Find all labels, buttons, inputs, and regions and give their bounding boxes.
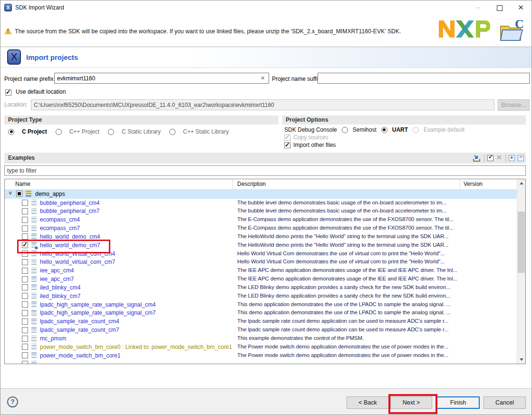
back-button[interactable]: < Back	[347, 396, 389, 409]
prefix-input[interactable]	[54, 73, 269, 84]
table-row[interactable]: power_mode_switch_bm_core0 : Linked to: …	[5, 343, 517, 351]
example-name[interactable]: iled_blinky_cm7	[40, 293, 80, 299]
row-checkbox[interactable]	[22, 242, 28, 248]
radio-example-default[interactable]	[413, 127, 419, 133]
row-checkbox[interactable]	[22, 301, 28, 308]
table-row[interactable]: iled_blinky_cm4 The LED Blinky demo appl…	[5, 283, 517, 292]
example-name[interactable]: bubble_peripheral_cm4	[40, 200, 99, 206]
filter-input[interactable]	[4, 165, 526, 176]
example-name[interactable]: power_mode_switch_bm_core0 : Linked to: …	[40, 344, 232, 350]
example-name[interactable]: iee_apc_cm7	[40, 276, 74, 282]
column-name[interactable]: Name	[15, 181, 30, 187]
table-row[interactable]: hello_world_virtual_com_cm7 Hello World …	[5, 258, 517, 267]
next-button[interactable]: Next >	[390, 396, 432, 409]
row-checkbox[interactable]	[22, 217, 28, 223]
scroll-down-button[interactable]	[517, 356, 525, 364]
example-name[interactable]: power_mode_switch_bm_core1	[40, 352, 120, 359]
example-name[interactable]: ecompass_cm7	[40, 225, 80, 232]
row-checkbox[interactable]	[22, 251, 28, 257]
row-checkbox[interactable]	[22, 344, 28, 350]
row-checkbox[interactable]	[22, 284, 28, 290]
example-name[interactable]: hello_world_virtual_com_cm4	[40, 251, 115, 257]
row-checkbox[interactable]	[22, 200, 28, 206]
example-name[interactable]: iee_apc_cm4	[40, 267, 74, 274]
table-row[interactable]: lpadc_sample_rate_count_cm7 The lpadc sa…	[5, 326, 517, 335]
row-checkbox[interactable]	[22, 336, 28, 342]
example-name[interactable]: lpadc_high_sample_rate_sample_signal_cm7	[40, 309, 156, 316]
table-row[interactable]: hello_world_demo_cm7 The HelloWorld demo…	[5, 241, 517, 250]
table-row[interactable]: lpadc_high_sample_rate_sample_signal_cm4…	[5, 300, 517, 309]
example-name[interactable]: hello_world_demo_cm7	[40, 242, 100, 249]
radio-c-static-library[interactable]	[169, 129, 175, 135]
cancel-button[interactable]: Cancel	[484, 396, 526, 409]
column-description[interactable]: Description	[237, 181, 266, 187]
row-checkbox[interactable]	[22, 293, 28, 299]
use-default-location-checkbox[interactable]	[5, 89, 11, 96]
expand-all-icon[interactable]: +	[509, 155, 515, 161]
example-name[interactable]: hello_world_demo_cm4	[40, 233, 100, 240]
table-row[interactable]: iee_apc_cm4 The IEE APC demo application…	[5, 267, 517, 275]
example-name[interactable]: iled_blinky_cm4	[40, 284, 80, 291]
demo-apps-tristate-checkbox[interactable]	[16, 191, 22, 197]
minimize-button[interactable]: –	[467, 0, 489, 15]
row-checkbox[interactable]	[22, 259, 28, 265]
radio-label: C Static Library	[122, 128, 161, 135]
example-name[interactable]: ecompass_cm4	[40, 216, 80, 223]
close-button[interactable]: ✕	[510, 0, 532, 15]
suffix-input[interactable]	[318, 73, 530, 84]
example-description: Hello World Virtual Com demonstrates the…	[237, 251, 459, 256]
example-name[interactable]: bubble_peripheral_cm7	[40, 208, 99, 214]
row-checkbox[interactable]	[22, 310, 28, 316]
radio-uart[interactable]	[381, 127, 387, 133]
scrollbar-thumb[interactable]	[518, 212, 525, 273]
radio-c-static-library[interactable]	[108, 129, 114, 135]
window-title: SDK Import Wizard	[15, 4, 64, 11]
row-checkbox[interactable]	[22, 352, 28, 358]
help-button[interactable]: ?	[7, 396, 18, 407]
radio-c-project[interactable]	[56, 129, 62, 135]
deselect-all-icon[interactable]: ✕	[496, 155, 503, 161]
chevron-down-icon[interactable]: ∨	[8, 190, 13, 195]
table-row[interactable]	[5, 360, 517, 364]
table-row[interactable]: hello_world_virtual_com_cm4 Hello World …	[5, 250, 517, 258]
example-name[interactable]: mc_pmsm	[40, 335, 66, 342]
example-name[interactable]: hello_world_virtual_com_cm7	[40, 259, 115, 265]
example-name[interactable]: lpadc_sample_rate_count_cm7	[40, 327, 119, 333]
radio-c-project[interactable]	[8, 129, 14, 135]
table-row[interactable]: bubble_peripheral_cm4 The bubble level d…	[5, 199, 517, 207]
checkbox-copy-sources[interactable]	[284, 135, 290, 141]
row-checkbox[interactable]	[22, 276, 28, 282]
table-row[interactable]: lpadc_sample_rate_count_cm4 The lpadc sa…	[5, 318, 517, 326]
table-row[interactable]: lpadc_high_sample_rate_sample_signal_cm7…	[5, 309, 517, 318]
import-example-icon[interactable]	[473, 154, 481, 162]
table-row[interactable]: power_mode_switch_bm_core1 The Power mod…	[5, 351, 517, 360]
select-all-icon[interactable]: ✓	[487, 155, 493, 161]
row-checkbox[interactable]	[22, 327, 28, 333]
collapse-all-icon[interactable]: −	[518, 155, 524, 161]
example-name[interactable]: lpadc_sample_rate_count_cm4	[40, 318, 119, 325]
checkbox-import-other-files[interactable]	[284, 142, 290, 148]
column-version[interactable]: Version	[464, 181, 483, 187]
vertical-scrollbar[interactable]	[517, 179, 525, 364]
finish-button[interactable]: Finish	[436, 396, 480, 409]
browse-button[interactable]: Browse...	[498, 99, 530, 111]
row-checkbox[interactable]	[22, 225, 28, 232]
row-checkbox[interactable]	[22, 233, 28, 240]
table-row[interactable]: ecompass_cm4 The E-Compass demo applicat…	[5, 216, 517, 224]
table-row[interactable]: hello_world_demo_cm4 The HelloWorld demo…	[5, 232, 517, 241]
example-name[interactable]: lpadc_high_sample_rate_sample_signal_cm4	[40, 301, 156, 308]
clear-prefix-icon[interactable]: ✕	[261, 75, 265, 81]
table-row[interactable]: mc_pmsm This example demonstrates the co…	[5, 335, 517, 343]
scroll-up-button[interactable]	[517, 179, 525, 187]
table-row[interactable]: iled_blinky_cm7 The LED Blinky demo appl…	[5, 292, 517, 300]
row-checkbox[interactable]	[22, 361, 28, 364]
row-checkbox[interactable]	[22, 268, 28, 274]
table-row[interactable]: bubble_peripheral_cm7 The bubble level d…	[5, 207, 517, 216]
table-row[interactable]: ecompass_cm7 The E-Compass demo applicat…	[5, 224, 517, 233]
maximize-button[interactable]	[489, 0, 510, 15]
row-checkbox[interactable]	[22, 208, 28, 214]
table-row[interactable]: iee_apc_cm7 The IEE APC demo application…	[5, 275, 517, 284]
radio-semihost[interactable]	[342, 127, 348, 133]
row-checkbox[interactable]	[22, 318, 28, 325]
tree-root-demo-apps[interactable]: ∨ demo_apps	[5, 189, 517, 199]
